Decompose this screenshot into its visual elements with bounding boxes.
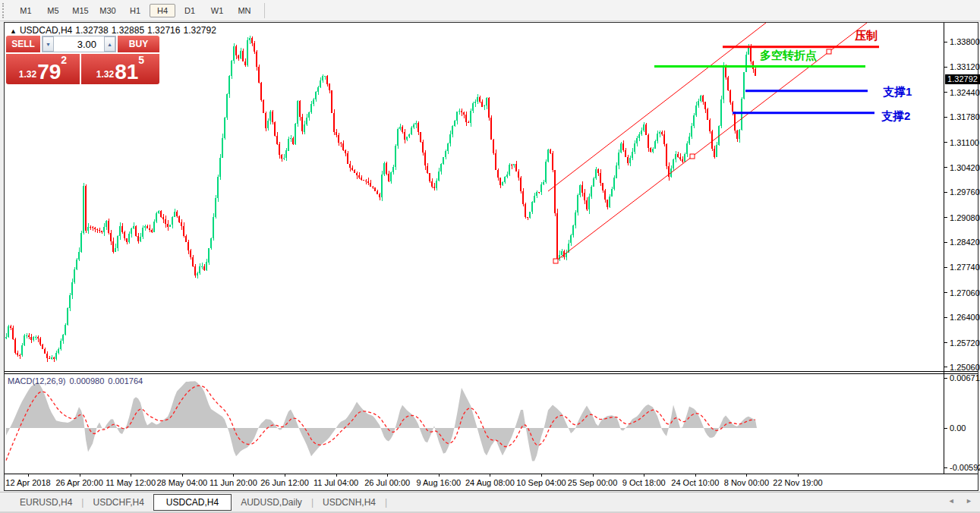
- macd-value-main: 0.000980: [69, 376, 104, 386]
- timeframe-button-M5[interactable]: M5: [40, 4, 66, 17]
- chart-tab-USDCNH[interactable]: USDCNH,H4: [314, 495, 385, 510]
- chart-symbol-label: USDCAD,H4: [20, 25, 72, 36]
- support2-label: 支撑2: [881, 109, 910, 124]
- price-axis-label: 1.32440: [950, 88, 980, 97]
- ohlc-open: 1.32738: [75, 25, 108, 36]
- chart-tabs: EURUSD,H4|USDCHF,H4USDCAD,H4AUDUSD,Daily…: [11, 494, 387, 511]
- sell-price-pip: 2: [61, 55, 67, 65]
- volume-input[interactable]: 3.00: [54, 36, 104, 52]
- timeframe-toolbar: M1M5M15M30H1H4D1W1MN: [0, 0, 980, 21]
- macd-axis-label: 0.006718: [950, 373, 980, 382]
- price-axis-label: 1.27740: [950, 263, 980, 272]
- chart-tab-bar: EURUSD,H4|USDCHF,H4USDCAD,H4AUDUSD,Daily…: [0, 492, 980, 512]
- timeframe-button-W1[interactable]: W1: [204, 4, 230, 17]
- price-axis-label: 1.25720: [950, 338, 980, 348]
- price-axis-label: 1.27060: [950, 288, 980, 297]
- macd-axis-label: 0.00: [950, 423, 966, 433]
- buy-price-display[interactable]: 1.32 81 5: [81, 54, 159, 84]
- trading-terminal: M1M5M15M30H1H4D1W1MN ▲USDCAD,H41.327381.…: [0, 0, 980, 513]
- toolbar-separator: [264, 3, 265, 18]
- macd-name: MACD(12,26,9): [8, 376, 65, 386]
- down-arrow-icon: ▼: [46, 42, 51, 47]
- macd-indicator-label: MACD(12,26,9)0.0009800.001764: [8, 376, 147, 386]
- volume-increase-button[interactable]: ▲: [104, 36, 115, 52]
- current-price-box: 1.32792: [945, 74, 980, 84]
- price-axis-label: 1.25060: [950, 363, 980, 372]
- sell-button[interactable]: SELL: [6, 36, 40, 52]
- macd-axis-label: -0.005925: [950, 463, 980, 472]
- sell-price-prefix: 1.32: [19, 69, 36, 80]
- chart-tab-EURUSD[interactable]: EURUSD,H4: [11, 495, 81, 510]
- price-axis-label: 1.33120: [950, 62, 980, 71]
- price-axis-label: 1.30420: [950, 163, 980, 172]
- up-arrow-icon: ▲: [107, 42, 112, 47]
- sell-price-display[interactable]: 1.32 79 2: [6, 54, 80, 84]
- ohlc-low: 1.32716: [147, 25, 180, 36]
- buy-button[interactable]: BUY: [118, 36, 159, 52]
- timeframe-button-H1[interactable]: H1: [122, 4, 148, 17]
- timeframe-buttons: M1M5M15M30H1H4D1W1MN: [12, 4, 258, 17]
- tab-scroll-buttons: ◄ ►: [939, 497, 972, 505]
- price-axis-label: 1.29080: [950, 213, 980, 222]
- resistance-label: 压制: [855, 29, 878, 43]
- chart-tab-USDCHF[interactable]: USDCHF,H4: [84, 495, 153, 510]
- price-axis-label: 1.31780: [950, 112, 980, 121]
- sell-price-big: 79: [37, 62, 61, 82]
- tab-scroll-left-icon[interactable]: ◄: [948, 497, 955, 505]
- buy-price-pip: 5: [138, 55, 144, 65]
- timeframe-button-H4[interactable]: H4: [150, 4, 175, 17]
- collapse-triangle-icon[interactable]: ▲: [10, 27, 17, 35]
- macd-value-signal: 0.001764: [108, 376, 143, 386]
- price-axis-label: 1.28420: [950, 238, 980, 247]
- timeframe-button-M1[interactable]: M1: [13, 4, 39, 17]
- timeframe-button-M15[interactable]: M15: [68, 4, 93, 17]
- buy-price-prefix: 1.32: [96, 69, 114, 80]
- buy-price-big: 81: [115, 62, 138, 82]
- chart-tab-AUDUSD[interactable]: AUDUSD,Daily: [232, 495, 311, 510]
- ohlc-close: 1.32792: [183, 25, 216, 36]
- volume-decrease-button[interactable]: ▼: [43, 36, 54, 52]
- pivot-label: 多空转折点: [760, 49, 817, 63]
- chart-title: ▲USDCAD,H41.327381.328851.327161.32792: [10, 25, 219, 36]
- chart-tab-USDCAD[interactable]: USDCAD,H4: [153, 494, 232, 511]
- price-axis-label: 1.29760: [950, 187, 980, 197]
- price-axis-label: 1.33800: [950, 37, 980, 46]
- toolbar-grip-handle[interactable]: [2, 3, 8, 18]
- timeframe-button-MN[interactable]: MN: [232, 4, 257, 17]
- timeframe-button-M30[interactable]: M30: [95, 4, 121, 17]
- ohlc-high: 1.32885: [112, 25, 144, 36]
- tab-scroll-right-icon[interactable]: ►: [966, 497, 972, 505]
- price-axis-label: 1.26400: [950, 313, 980, 322]
- tab-separator: |: [385, 497, 387, 508]
- support1-label: 支撑1: [883, 85, 912, 99]
- timeframe-button-D1[interactable]: D1: [177, 4, 203, 17]
- price-chart-canvas[interactable]: [4, 22, 978, 491]
- time-axis-label: 22 Nov 19:00: [766, 478, 830, 487]
- price-axis-label: 1.31100: [950, 138, 979, 147]
- volume-spinner: ▼ 3.00 ▲: [42, 36, 116, 52]
- one-click-trading-panel: SELL ▼ 3.00 ▲ BUY 1.32 79 2 1.32 81 5: [6, 36, 159, 84]
